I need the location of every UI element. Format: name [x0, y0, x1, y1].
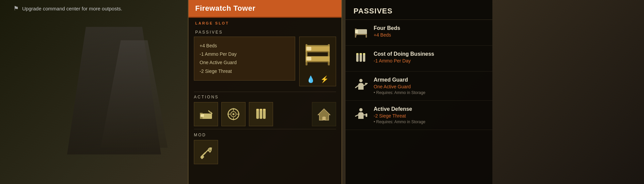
house-icon: [317, 107, 331, 122]
bunk-bed-icon: [303, 40, 333, 70]
mod-slot[interactable]: [194, 140, 218, 164]
svg-rect-5: [307, 51, 329, 52]
ammo-cost-icon: [354, 51, 368, 66]
svg-rect-22: [260, 109, 262, 119]
passive-entry-defense: Active Defense -2 Siege Threat • Require…: [345, 101, 492, 130]
mod-section: MOD: [189, 131, 341, 166]
guard-name: Armed Guard: [374, 77, 484, 83]
passive-line-4: -2 Siege Threat: [200, 67, 289, 76]
svg-rect-13: [201, 114, 204, 117]
ammo-cost-name: Cost of Doing Business: [374, 51, 484, 57]
action-btn-ammo[interactable]: [249, 102, 273, 126]
right-panel-header: PASSIVES: [345, 0, 492, 20]
svg-rect-26: [263, 109, 266, 110]
defense-content: Active Defense -2 Siege Threat • Require…: [374, 106, 484, 124]
svg-rect-9: [306, 62, 307, 65]
beds-value: +4 Beds: [374, 32, 484, 38]
guard-content: Armed Guard One Active Guard • Requires:…: [374, 77, 484, 95]
guard-icon-svg: [354, 78, 368, 90]
svg-point-47: [359, 108, 363, 111]
actions-label: ACTIONS: [194, 95, 336, 99]
slot-label: LARGE SLOT: [189, 18, 341, 27]
passive-line-3: One Active Guard: [200, 58, 289, 67]
defense-icon-svg: [354, 107, 368, 120]
svg-rect-34: [355, 34, 367, 35]
svg-point-16: [232, 113, 234, 115]
passive-text-box: +4 Beds -1 Ammo Per Day One Active Guard…: [194, 37, 295, 81]
svg-rect-30: [200, 155, 205, 159]
svg-rect-38: [360, 54, 362, 62]
action-btn-target[interactable]: [221, 102, 246, 126]
svg-point-43: [359, 79, 363, 82]
action-buttons-row: [194, 102, 336, 126]
main-panel: Firewatch Tower LARGE SLOT PASSIVES +4 B…: [188, 0, 342, 184]
svg-line-45: [364, 84, 366, 86]
svg-rect-50: [366, 113, 367, 117]
passive-entry-guard: Armed Guard One Active Guard • Requires:…: [345, 72, 492, 101]
panel-title: Firewatch Tower: [195, 4, 335, 13]
ammo-icon: [254, 107, 268, 122]
ammo-cost-value: -1 Ammo Per Day: [374, 58, 484, 63]
svg-rect-40: [356, 53, 359, 55]
svg-rect-42: [363, 53, 365, 55]
svg-rect-37: [356, 54, 359, 62]
top-notice: ⚑ Upgrade command center for more outpos…: [13, 5, 122, 12]
guard-value: One Active Guard: [374, 84, 484, 89]
right-panel-title: PASSIVES: [354, 7, 484, 15]
beds-content: Four Beds +4 Beds: [374, 25, 484, 39]
svg-rect-35: [355, 35, 356, 38]
svg-rect-39: [363, 54, 365, 62]
notice-icon: ⚑: [13, 5, 19, 12]
svg-rect-25: [260, 109, 262, 110]
action-btn-house[interactable]: [312, 102, 336, 126]
svg-rect-7: [307, 57, 311, 60]
beds-name: Four Beds: [374, 25, 484, 31]
svg-rect-10: [328, 62, 330, 65]
passive-line-2: -1 Ammo Per Day: [200, 50, 289, 58]
right-panel: PASSIVES Four Beds +4 Beds: [345, 0, 492, 184]
svg-rect-8: [307, 61, 329, 62]
panel-header: Firewatch Tower: [189, 0, 341, 18]
mod-slot-icon: [199, 145, 213, 159]
svg-rect-4: [307, 47, 311, 51]
passives-section: +4 Beds -1 Ammo Per Day One Active Guard…: [189, 37, 341, 90]
guard-icon: [354, 77, 368, 92]
passives-label: PASSIVES: [189, 27, 341, 37]
defense-value: -2 Siege Threat: [374, 113, 484, 119]
passive-line-1: +4 Beds: [200, 42, 289, 50]
notice-text: Upgrade command center for more outposts…: [22, 6, 122, 11]
ammo-cost-icon-svg: [354, 52, 368, 64]
defense-icon: [354, 106, 368, 121]
passive-entry-ammo-cost: Cost of Doing Business -1 Ammo Per Day: [345, 46, 492, 72]
svg-rect-46: [365, 83, 368, 84]
svg-rect-28: [322, 117, 326, 120]
resource-icons: 💧 ⚡: [307, 75, 329, 83]
defense-req: • Requires: Ammo in Storage: [374, 120, 484, 124]
svg-rect-23: [263, 109, 266, 119]
divider-2: [194, 129, 336, 129]
svg-rect-24: [256, 109, 259, 110]
sleep-icon: [199, 107, 213, 122]
svg-line-44: [356, 86, 358, 88]
passive-icon-box: 💧 ⚡: [299, 37, 336, 86]
ammo-cost-content: Cost of Doing Business -1 Ammo Per Day: [374, 51, 484, 64]
action-btn-sleep[interactable]: [194, 102, 218, 126]
svg-rect-2: [306, 45, 330, 46]
bed-icon-svg: [354, 27, 368, 39]
divider-1: [194, 92, 336, 92]
defense-name: Active Defense: [374, 106, 484, 112]
guard-req: • Requires: Ammo in Storage: [374, 90, 484, 95]
passive-entry-beds: Four Beds +4 Beds: [345, 20, 492, 46]
svg-line-48: [356, 115, 358, 116]
mod-label: MOD: [194, 133, 336, 137]
crosshair-icon: [226, 107, 241, 122]
svg-rect-33: [355, 30, 358, 33]
svg-rect-36: [366, 35, 367, 38]
svg-rect-21: [256, 109, 259, 119]
actions-section: ACTIONS: [189, 93, 341, 128]
lightning-icon: ⚡: [320, 75, 329, 83]
beds-icon: [354, 25, 368, 40]
svg-rect-41: [360, 53, 362, 55]
water-icon: 💧: [307, 75, 315, 83]
